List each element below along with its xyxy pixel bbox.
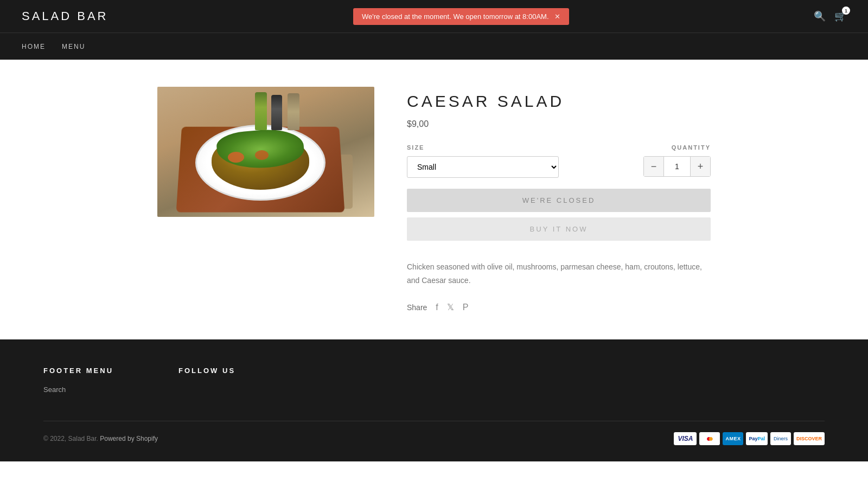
product-title: CAESAR SALAD [407, 92, 711, 111]
quantity-increase-button[interactable]: + [691, 157, 710, 176]
footer-top: FOOTER MENU Search FOLLOW US [43, 367, 825, 394]
footer-search-link[interactable]: Search [43, 386, 113, 394]
site-logo[interactable]: SALAD BAR [22, 9, 108, 23]
discover-icon: DISCOVER [794, 432, 825, 445]
size-option-group: SIZE Small Medium Large [407, 144, 559, 178]
size-label: SIZE [407, 144, 559, 151]
share-label: Share [407, 303, 427, 312]
footer-follow-col: FOLLOW US [178, 367, 235, 394]
facebook-share-icon[interactable]: f [436, 303, 438, 312]
header: SALAD BAR We're closed at the moment. We… [0, 0, 868, 33]
buy-it-now-button: BUY IT NOW [407, 217, 711, 241]
quantity-decrease-button[interactable]: − [644, 157, 663, 176]
amex-icon: AMEX [723, 432, 743, 445]
alert-close-icon[interactable]: ✕ [554, 12, 560, 21]
paypal-icon: PayPal [746, 432, 768, 445]
cart-icon-wrap[interactable]: 🛒 1 [834, 10, 846, 22]
product-options-row: SIZE Small Medium Large QUANTITY − 1 + [407, 144, 711, 178]
quantity-controls: − 1 + [643, 156, 711, 177]
product-image-wrap [157, 87, 374, 217]
footer-copyright: © 2022, Salad Bar. Powered by Shopify [43, 435, 158, 442]
product-image [157, 87, 374, 217]
quantity-option-group: QUANTITY − 1 + [643, 144, 711, 177]
product-price: $9,00 [407, 119, 711, 129]
copyright-text: © 2022, Salad Bar. [43, 435, 98, 442]
header-alert: We're closed at the moment. We open tomo… [353, 8, 569, 25]
nav-item-menu[interactable]: MENU [62, 34, 85, 59]
footer-follow-title: FOLLOW US [178, 367, 235, 375]
quantity-value: 1 [663, 157, 691, 176]
mastercard-icon: ●● [699, 432, 720, 445]
navigation: HOME MENU [0, 33, 868, 60]
search-icon[interactable]: 🔍 [814, 10, 826, 22]
visa-icon: VISA [674, 432, 697, 445]
product-details: CAESAR SALAD $9,00 SIZE Small Medium Lar… [407, 87, 711, 312]
diners-icon: Diners [770, 432, 791, 445]
footer: FOOTER MENU Search FOLLOW US © 2022, Sal… [0, 339, 868, 461]
share-section: Share f 𝕏 P [407, 302, 711, 312]
we-re-closed-button: WE'RE CLOSED [407, 189, 711, 212]
footer-bottom: © 2022, Salad Bar. Powered by Shopify VI… [43, 421, 825, 445]
payment-icons: VISA ●● AMEX PayPal Diners DISCOVER [674, 432, 825, 445]
cart-badge: 1 [842, 7, 850, 15]
size-select[interactable]: Small Medium Large [407, 156, 559, 178]
nav-item-home[interactable]: HOME [22, 34, 46, 59]
pinterest-share-icon[interactable]: P [463, 303, 469, 312]
header-actions: 🔍 🛒 1 [814, 10, 846, 22]
footer-menu-title: FOOTER MENU [43, 367, 113, 375]
powered-by[interactable]: Powered by Shopify [100, 435, 158, 442]
alert-text: We're closed at the moment. We open tomo… [362, 12, 549, 21]
quantity-label: QUANTITY [672, 144, 711, 151]
footer-menu-col: FOOTER MENU Search [43, 367, 113, 394]
product-description: Chicken seasoned with olive oil, mushroo… [407, 260, 711, 287]
twitter-share-icon[interactable]: 𝕏 [447, 302, 454, 312]
main-content: CAESAR SALAD $9,00 SIZE Small Medium Lar… [136, 60, 732, 339]
